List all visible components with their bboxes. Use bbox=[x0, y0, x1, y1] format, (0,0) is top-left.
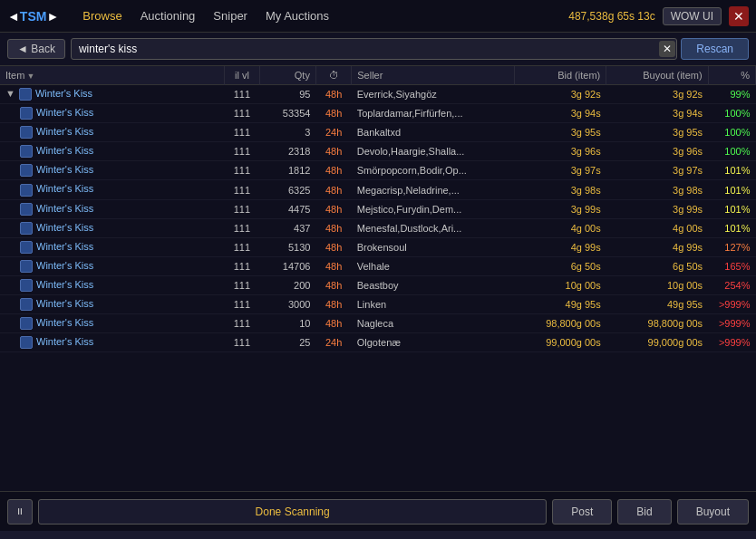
cell-bid: 3g 92s bbox=[515, 85, 606, 104]
table-row[interactable]: Winter's Kiss1112524hOlgotenæ99,000g 00s… bbox=[0, 333, 756, 352]
cell-qty: 437 bbox=[260, 218, 316, 237]
search-input[interactable] bbox=[71, 38, 677, 60]
cell-buyout: 99,000g 00s bbox=[606, 333, 708, 352]
table-row[interactable]: Winter's Kiss1115335448hToplardamar,Firf… bbox=[0, 104, 756, 123]
group-expand-icon[interactable]: ▼ bbox=[5, 88, 15, 99]
buyout-button[interactable]: Buyout bbox=[677, 499, 749, 525]
nav-browse[interactable]: Browse bbox=[73, 5, 131, 26]
cell-item: Winter's Kiss bbox=[0, 275, 224, 294]
cell-item: Winter's Kiss bbox=[0, 333, 224, 352]
item-name: Winter's Kiss bbox=[36, 126, 93, 137]
search-bar: ◄ Back ✕ Rescan bbox=[0, 33, 756, 66]
cell-bid: 3g 94s bbox=[515, 104, 606, 123]
cell-qty: 1812 bbox=[260, 161, 316, 180]
table-row[interactable]: Winter's Kiss111300048hLinken49g 95s49g … bbox=[0, 295, 756, 314]
cell-time: 24h bbox=[315, 123, 351, 142]
wow-ui-button[interactable]: WOW UI bbox=[663, 7, 722, 25]
cell-ilvl: 111 bbox=[224, 314, 259, 333]
table-row[interactable]: Winter's Kiss111447548hMejstico,Furydin,… bbox=[0, 199, 756, 218]
cell-item: Winter's Kiss bbox=[0, 218, 224, 237]
col-header-bid[interactable]: Bid (item) bbox=[515, 66, 606, 85]
cell-buyout: 3g 92s bbox=[606, 85, 708, 104]
col-header-pct[interactable]: % bbox=[708, 66, 755, 85]
cell-pct: 101% bbox=[708, 199, 755, 218]
cell-buyout: 3g 97s bbox=[606, 161, 708, 180]
cell-seller: Toplardamar,Firfürfen,... bbox=[352, 104, 515, 123]
col-header-time[interactable]: ⏱ bbox=[315, 66, 351, 85]
item-name: Winter's Kiss bbox=[36, 183, 93, 194]
cell-seller: Smörpopcorn,Bodir,Op... bbox=[352, 161, 515, 180]
item-name: Winter's Kiss bbox=[36, 260, 93, 271]
cell-item: Winter's Kiss bbox=[0, 123, 224, 142]
col-header-buyout[interactable]: Buyout (item) bbox=[606, 66, 708, 85]
post-button[interactable]: Post bbox=[552, 499, 612, 525]
table-row[interactable]: ▼Winter's Kiss1119548hEverrick,Siyahgöz3… bbox=[0, 85, 756, 104]
cell-seller: Everrick,Siyahgöz bbox=[352, 85, 515, 104]
cell-pct: 254% bbox=[708, 275, 755, 294]
item-name: Winter's Kiss bbox=[36, 164, 93, 175]
cell-qty: 95 bbox=[260, 85, 316, 104]
clear-search-button[interactable]: ✕ bbox=[659, 41, 675, 57]
cell-bid: 3g 96s bbox=[515, 142, 606, 161]
back-button[interactable]: ◄ Back bbox=[7, 39, 65, 59]
cell-item: Winter's Kiss bbox=[0, 295, 224, 314]
table-row[interactable]: Winter's Kiss111632548hMegacrisp,Neladri… bbox=[0, 180, 756, 199]
tsm-logo-text: TSM bbox=[20, 9, 47, 24]
col-header-ilvl[interactable]: il vl bbox=[224, 66, 259, 85]
item-name: Winter's Kiss bbox=[36, 279, 93, 290]
cell-time: 48h bbox=[315, 142, 351, 161]
item-icon bbox=[20, 317, 33, 330]
item-name: Winter's Kiss bbox=[36, 107, 93, 118]
table-row[interactable]: Winter's Kiss1111048hNagleca98,800g 00s9… bbox=[0, 314, 756, 333]
cell-buyout: 3g 95s bbox=[606, 123, 708, 142]
nav-sniper[interactable]: Sniper bbox=[204, 5, 257, 26]
col-header-item[interactable]: Item▼ bbox=[0, 66, 224, 85]
table-row[interactable]: Winter's Kiss11143748hMenesfal,Dustlock,… bbox=[0, 218, 756, 237]
table-row[interactable]: Winter's Kiss1111470648hVelhale6g 50s6g … bbox=[0, 256, 756, 275]
nav-myauctions[interactable]: My Auctions bbox=[257, 5, 338, 26]
item-icon bbox=[19, 88, 32, 101]
nav-auctioning[interactable]: Auctioning bbox=[131, 5, 205, 26]
cell-qty: 4475 bbox=[260, 199, 316, 218]
table-row[interactable]: Winter's Kiss11120048hBeastboy10g 00s10g… bbox=[0, 275, 756, 294]
item-icon bbox=[20, 279, 33, 292]
bottom-bar: ⏸ Done Scanning Post Bid Buyout bbox=[0, 491, 756, 531]
item-name: Winter's Kiss bbox=[36, 317, 93, 328]
cell-qty: 53354 bbox=[260, 104, 316, 123]
table-row[interactable]: Winter's Kiss111231848hDevolo,Haargie,Sh… bbox=[0, 142, 756, 161]
table-row[interactable]: Winter's Kiss111324hBankaltxd3g 95s3g 95… bbox=[0, 123, 756, 142]
item-name: Winter's Kiss bbox=[36, 241, 93, 252]
cell-time: 48h bbox=[315, 295, 351, 314]
cell-bid: 3g 98s bbox=[515, 180, 606, 199]
rescan-button[interactable]: Rescan bbox=[681, 38, 749, 60]
auction-table-container: Item▼ il vl Qty ⏱ Seller Bid (item) Buyo… bbox=[0, 66, 756, 491]
cell-ilvl: 111 bbox=[224, 85, 259, 104]
cell-qty: 14706 bbox=[260, 256, 316, 275]
cell-buyout: 98,800g 00s bbox=[606, 314, 708, 333]
cell-item: Winter's Kiss bbox=[0, 161, 224, 180]
cell-bid: 99,000g 00s bbox=[515, 333, 606, 352]
item-icon bbox=[20, 336, 33, 349]
cell-pct: 99% bbox=[708, 85, 755, 104]
close-button[interactable]: ✕ bbox=[729, 6, 749, 26]
cell-ilvl: 111 bbox=[224, 199, 259, 218]
cell-buyout: 3g 96s bbox=[606, 142, 708, 161]
cell-buyout: 49g 95s bbox=[606, 295, 708, 314]
cell-item: Winter's Kiss bbox=[0, 180, 224, 199]
item-name: Winter's Kiss bbox=[36, 203, 93, 214]
cell-pct: 100% bbox=[708, 123, 755, 142]
cell-bid: 3g 99s bbox=[515, 199, 606, 218]
cell-seller: Menesfal,Dustlock,Ari... bbox=[352, 218, 515, 237]
cell-seller: Megacrisp,Neladrine,... bbox=[352, 180, 515, 199]
cell-seller: Linken bbox=[352, 295, 515, 314]
bid-button[interactable]: Bid bbox=[617, 499, 671, 525]
pause-button[interactable]: ⏸ bbox=[7, 499, 33, 525]
col-header-seller[interactable]: Seller bbox=[352, 66, 515, 85]
col-header-qty[interactable]: Qty bbox=[260, 66, 316, 85]
cell-time: 48h bbox=[315, 180, 351, 199]
table-body: ▼Winter's Kiss1119548hEverrick,Siyahgöz3… bbox=[0, 85, 756, 352]
cell-bid: 4g 99s bbox=[515, 237, 606, 256]
table-row[interactable]: Winter's Kiss111513048hBrokensoul4g 99s4… bbox=[0, 237, 756, 256]
item-icon bbox=[20, 222, 33, 235]
table-row[interactable]: Winter's Kiss111181248hSmörpopcorn,Bodir… bbox=[0, 161, 756, 180]
